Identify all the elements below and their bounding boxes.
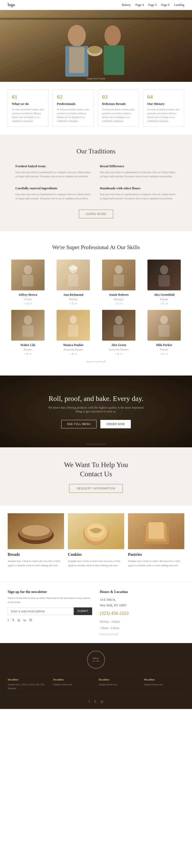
- instagram-icon[interactable]: ◎: [162, 352, 165, 355]
- instagram-icon[interactable]: ◎: [162, 302, 165, 305]
- newsletter-text: Want to be the first to read our news? S…: [8, 596, 92, 604]
- order-now-button[interactable]: ORDER NOW: [100, 420, 130, 428]
- product-title-pastries: Pastries: [128, 552, 184, 557]
- nav-page6[interactable]: Page 6: [161, 3, 169, 7]
- linkedin-icon[interactable]: in: [166, 352, 168, 355]
- facebook-icon[interactable]: f: [115, 302, 116, 305]
- product-item-cookies: Cookies Sample text. Click to select the…: [68, 513, 124, 568]
- instagram-icon[interactable]: ◎: [72, 352, 74, 355]
- team-social-8: f ◎ in: [144, 352, 185, 355]
- svg-point-23: [115, 316, 123, 324]
- card-4-title: Our History: [147, 102, 180, 106]
- card-1: 01 What we do Ut enim ad minim veniam, q…: [8, 90, 49, 127]
- team-member-2: Ann Richmond Partner f ◎ in: [53, 259, 94, 305]
- facebook-social-icon[interactable]: f: [8, 618, 9, 622]
- facebook-icon[interactable]: f: [115, 352, 116, 355]
- facebook-icon[interactable]: f: [24, 302, 25, 305]
- dark-caption: Images from Freepik: [86, 443, 106, 445]
- nav-page4[interactable]: Page 4: [136, 3, 144, 7]
- linkedin-icon[interactable]: in: [121, 352, 122, 355]
- team-grid-row1: Jeffrey Brown Owner f ◎ in Ann Richmond …: [8, 259, 184, 305]
- linkedin-icon[interactable]: in: [75, 302, 77, 305]
- team-grid-row2: Walter Lily Partner f ◎ in Monica Poulio…: [8, 310, 184, 355]
- product-image-cookies: [68, 513, 124, 549]
- linkedin-social-icon[interactable]: in: [23, 618, 26, 622]
- card-2-text: Ut enim ad minim veniam, quis nostrud ex…: [57, 107, 90, 123]
- contact-section: We Want To Help YouContact Us REQUEST IN…: [0, 447, 192, 505]
- svg-point-13: [69, 266, 78, 270]
- social-icons: f 𝕏 ◎ in ℗: [8, 618, 92, 622]
- learn-more-button[interactable]: LEARN MORE: [79, 210, 113, 218]
- hero-image: [0, 10, 192, 82]
- instagram-icon[interactable]: ◎: [72, 302, 74, 305]
- team-social-7: f ◎ in: [99, 352, 139, 355]
- email-input[interactable]: [8, 608, 74, 615]
- tradition-1: Freshest baked treats Duis aute irure do…: [15, 164, 92, 179]
- hero-section: Image from Freepik: [0, 10, 192, 82]
- person-silhouette-5: [20, 314, 36, 337]
- twitter-social-icon[interactable]: 𝕏: [12, 618, 14, 622]
- team-role-1: Owner: [8, 298, 48, 301]
- team-role-6: Associate Partner: [53, 348, 94, 351]
- tradition-2: Bread Difference Duis aute irure dolor i…: [100, 164, 177, 179]
- tradition-4-title: Handmade with select flours: [100, 186, 177, 190]
- facebook-icon[interactable]: f: [70, 352, 70, 355]
- pinterest-social-icon[interactable]: ℗: [29, 618, 32, 622]
- linkedin-icon[interactable]: in: [121, 302, 122, 305]
- instagram-icon[interactable]: ◎: [117, 352, 119, 355]
- linkedin-icon[interactable]: in: [75, 352, 77, 355]
- instagram-social-icon[interactable]: ◎: [17, 618, 20, 622]
- product-text-pastries: Sample text. Click to select the text bo…: [128, 559, 184, 568]
- team-avatar-2: [56, 259, 90, 290]
- team-social-1: f ◎ in: [8, 302, 48, 305]
- footer-col-4-text: Sample footer text: [144, 683, 185, 686]
- newsletter-title: Sign up for the newsletter: [8, 590, 92, 594]
- card-2-title: Professionals: [57, 102, 90, 106]
- request-information-button[interactable]: REQUEST INFORMATION: [69, 484, 123, 493]
- product-text-breads: Sample text. Click to select the text bo…: [8, 559, 64, 568]
- footer-columns: Headline Sample text. Click to select th…: [8, 678, 184, 690]
- facebook-icon[interactable]: f: [24, 352, 25, 355]
- person-silhouette-2: [66, 264, 81, 286]
- nav-page5[interactable]: Page 5: [148, 3, 156, 7]
- card-3-number: 03: [102, 94, 135, 100]
- facebook-icon[interactable]: f: [70, 302, 70, 305]
- team-section: We're Super Professional At Our Skills J…: [0, 231, 192, 375]
- instagram-icon[interactable]: ◎: [26, 352, 29, 355]
- hours-title: Hours & Location: [100, 590, 184, 594]
- footer-col-4: Headline Sample footer text: [144, 678, 185, 690]
- card-1-text: Ut enim ad minim veniam, quis nostrud ex…: [12, 107, 45, 123]
- dark-section: Roll, proof, and bake. Every day. We kno…: [0, 375, 192, 447]
- facebook-icon[interactable]: f: [160, 352, 161, 355]
- team-name-6: Monica Pouliot: [53, 343, 94, 347]
- submit-button[interactable]: SUBMIT: [74, 608, 92, 615]
- team-member-8: Mila Parker Partner f ◎ in: [144, 310, 185, 355]
- dark-text: We know that offering products with the …: [45, 406, 147, 413]
- team-member-4: Alex Greenfield Partner f ◎ in: [144, 259, 185, 305]
- card-3-title: Delicious Breads: [102, 102, 135, 106]
- footer-col-3-title: Headline: [99, 678, 139, 681]
- instagram-icon[interactable]: ◎: [117, 302, 119, 305]
- footer-col-1-title: Headline: [8, 678, 48, 681]
- linkedin-icon[interactable]: in: [166, 302, 168, 305]
- address-line1: 14 E 19th St,: [100, 597, 184, 603]
- team-name-5: Walter Lily: [8, 343, 48, 347]
- tradition-1-title: Freshest baked treats: [15, 164, 92, 168]
- linkedin-icon[interactable]: in: [30, 302, 32, 305]
- nav-landing[interactable]: Landing: [174, 3, 184, 7]
- instagram-icon[interactable]: ◎: [26, 302, 29, 305]
- cookies-illustration: [68, 513, 124, 549]
- footer-facebook-icon[interactable]: f: [88, 700, 90, 704]
- linkedin-icon[interactable]: in: [30, 352, 32, 355]
- see-full-menu-button[interactable]: SEE FULL MENU: [61, 420, 97, 428]
- footer-twitter-icon[interactable]: 𝕏: [94, 700, 97, 704]
- nav-bakery[interactable]: Bakery: [122, 3, 131, 7]
- team-name-8: Mila Parker: [144, 343, 185, 347]
- team-avatar-7: [102, 310, 136, 341]
- product-item-breads: Breads Sample text. Click to select the …: [8, 513, 64, 568]
- footer-col-1-text: Sample text. Click to select the Text El…: [8, 683, 48, 690]
- team-social-3: f ◎ in: [99, 302, 139, 305]
- team-avatar-6: [56, 310, 90, 341]
- facebook-icon[interactable]: f: [160, 302, 161, 305]
- footer-instagram-icon[interactable]: ◎: [100, 700, 104, 704]
